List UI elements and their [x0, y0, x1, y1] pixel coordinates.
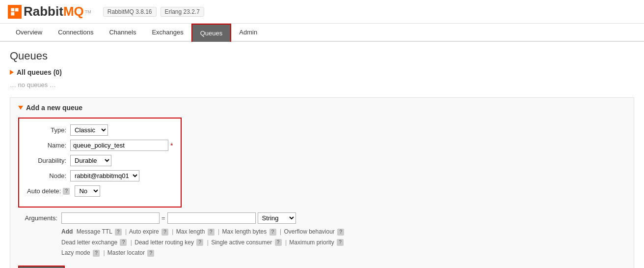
sep7: |	[285, 239, 287, 246]
page-title: Queues	[10, 50, 634, 62]
svg-rect-0	[11, 8, 15, 11]
maximum-priority-help-icon[interactable]: ?	[337, 239, 344, 246]
name-required-indicator: *	[170, 142, 173, 149]
autodelete-row: Auto delete: ? No Yes	[27, 185, 173, 197]
type-row: Type: Classic Quorum	[27, 124, 173, 136]
sep4: |	[280, 228, 281, 235]
sep8: |	[103, 249, 105, 256]
nav-overview[interactable]: Overview	[8, 24, 50, 41]
node-select[interactable]: rabbit@rabbitmq01	[70, 170, 139, 181]
shortcut-overflow-behaviour[interactable]: Overflow behaviour	[284, 228, 334, 235]
overflow-behaviour-help-icon[interactable]: ?	[337, 229, 344, 236]
sep2: |	[172, 228, 173, 235]
arguments-row: Arguments: = String Number Boolean	[18, 212, 626, 224]
max-length-bytes-help-icon[interactable]: ?	[269, 229, 276, 236]
nav-queues[interactable]: Queues	[191, 24, 232, 42]
logo-tm: TM	[85, 9, 91, 14]
add-queue-section-title: Add a new queue	[26, 104, 82, 112]
name-row: Name: *	[27, 140, 173, 151]
header: RabbitMQTM RabbitMQ 3.8.16 Erlang 23.2.7	[0, 0, 644, 24]
arguments-value-input[interactable]	[167, 212, 256, 224]
type-select[interactable]: Classic Quorum	[70, 124, 108, 136]
all-queues-header[interactable]: All queues (0)	[10, 66, 634, 78]
message-ttl-help-icon[interactable]: ?	[115, 229, 122, 236]
main-nav: Overview Connections Channels Exchanges …	[0, 24, 644, 42]
shortcut-lazy-mode[interactable]: Lazy mode	[61, 249, 90, 256]
shortcut-max-length[interactable]: Max length	[176, 228, 205, 235]
name-input[interactable]	[70, 140, 168, 151]
nav-exchanges[interactable]: Exchanges	[144, 24, 191, 41]
shortcut-single-active-consumer[interactable]: Single active consumer	[211, 239, 272, 246]
nav-connections[interactable]: Connections	[50, 24, 101, 41]
sep5: |	[131, 239, 132, 246]
sep1: |	[125, 228, 127, 235]
logo-icon	[8, 5, 22, 19]
shortcut-maximum-priority[interactable]: Maximum priority	[289, 239, 334, 246]
durability-label: Durability:	[27, 157, 66, 164]
shortcut-dead-letter-routing-key[interactable]: Dead letter routing key	[134, 239, 194, 246]
shortcut-max-length-bytes[interactable]: Max length bytes	[222, 228, 267, 235]
all-queues-title: All queues (0)	[17, 68, 62, 76]
add-label: Add	[61, 228, 73, 235]
sep6: |	[207, 239, 209, 246]
erlang-version: Erlang 23.2.7	[161, 7, 204, 17]
shortcuts-area: Add Message TTL ? | Auto expire ? | Max …	[18, 227, 626, 259]
arguments-equals: =	[161, 214, 165, 222]
logo: RabbitMQTM	[8, 4, 91, 19]
type-label: Type:	[27, 126, 66, 134]
all-queues-triangle-icon	[10, 70, 14, 75]
durability-row: Durability: Durable Transient	[27, 155, 173, 166]
dead-letter-routing-key-help-icon[interactable]: ?	[196, 239, 203, 246]
node-label: Node:	[27, 172, 66, 179]
main-content: Queues All queues (0) … no queues … Add …	[0, 42, 644, 268]
add-queue-form: Type: Classic Quorum Name: * Durability:…	[18, 118, 182, 208]
add-queue-section: Add a new queue Type: Classic Quorum Nam…	[10, 97, 634, 268]
autodelete-label-group: Auto delete: ?	[27, 187, 71, 195]
max-length-help-icon[interactable]: ?	[208, 229, 215, 236]
nav-channels[interactable]: Channels	[101, 24, 144, 41]
autodelete-label: Auto delete:	[27, 187, 61, 195]
durability-select[interactable]: Durable Transient	[70, 155, 111, 166]
svg-rect-2	[11, 12, 15, 15]
name-label: Name:	[27, 142, 66, 149]
dead-letter-exchange-help-icon[interactable]: ?	[120, 239, 127, 246]
node-row: Node: rabbit@rabbitmq01	[27, 170, 173, 181]
arguments-label: Arguments:	[18, 214, 57, 222]
shortcut-message-ttl[interactable]: Message TTL	[77, 228, 112, 235]
single-active-consumer-help-icon[interactable]: ?	[275, 239, 282, 246]
logo-rabbit-text: Rabbit	[24, 4, 63, 19]
master-locator-help-icon[interactable]: ?	[147, 250, 154, 257]
add-queue-button[interactable]: Add queue	[18, 266, 65, 268]
shortcut-master-locator[interactable]: Master locator	[107, 249, 145, 256]
autodelete-help-icon[interactable]: ?	[63, 188, 70, 195]
lazy-mode-help-icon[interactable]: ?	[93, 250, 100, 257]
svg-rect-1	[15, 8, 19, 11]
arguments-key-input[interactable]	[61, 212, 160, 224]
nav-admin[interactable]: Admin	[231, 24, 265, 41]
arguments-inputs: = String Number Boolean	[61, 212, 296, 224]
version-info: RabbitMQ 3.8.16 Erlang 23.2.7	[103, 7, 204, 17]
auto-expire-help-icon[interactable]: ?	[161, 229, 168, 236]
arguments-section: Arguments: = String Number Boolean Add M…	[18, 212, 626, 259]
autodelete-select[interactable]: No Yes	[75, 185, 100, 197]
add-queue-collapse-icon	[18, 106, 23, 110]
shortcut-dead-letter-exchange[interactable]: Dead letter exchange	[61, 239, 117, 246]
add-queue-header[interactable]: Add a new queue	[18, 104, 626, 112]
sep3: |	[218, 228, 219, 235]
logo-mq-text: MQ	[63, 4, 84, 19]
rabbitmq-version: RabbitMQ 3.8.16	[103, 7, 157, 17]
arguments-type-select[interactable]: String Number Boolean	[258, 212, 296, 224]
no-queues-text: … no queues …	[10, 78, 634, 91]
shortcut-auto-expire[interactable]: Auto expire	[129, 228, 159, 235]
